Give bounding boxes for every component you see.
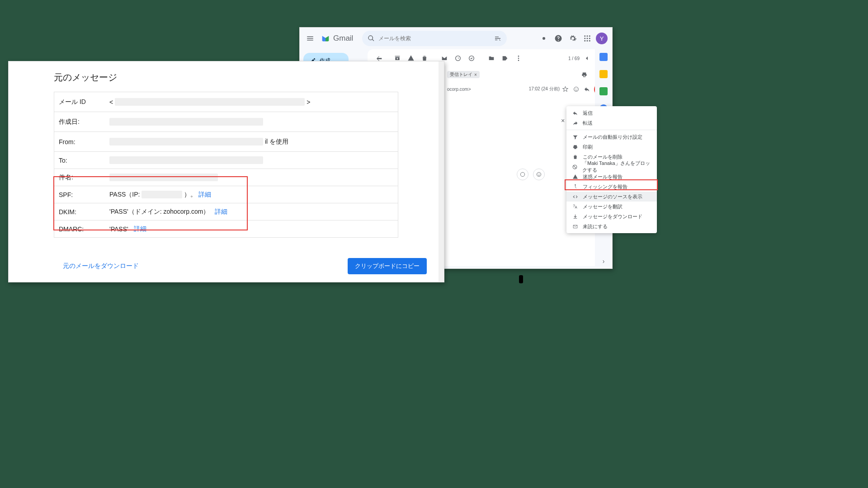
reaction-row — [517, 169, 545, 180]
reaction-add-button[interactable] — [533, 169, 545, 180]
sender-domain: ocorp.com> — [447, 87, 471, 92]
ctx-unread[interactable]: 未読にする — [566, 221, 657, 231]
row-dkim: DKIM: 'PASS'（ドメイン: zohocorp.com） 詳細 — [54, 203, 398, 221]
row-mail-id: メール ID <> — [54, 92, 398, 112]
move-to-icon[interactable] — [485, 52, 498, 65]
collapse-appbar-icon[interactable]: › — [603, 258, 605, 265]
print-icon — [572, 144, 578, 150]
message-time: 17:02 (24 分前) — [529, 86, 560, 92]
headers-table: メール ID <> 作成日: From: il を使用 To: 件名: SPF:… — [54, 92, 398, 238]
svg-point-3 — [589, 35, 590, 37]
forward-icon — [572, 120, 578, 126]
add-task-icon[interactable] — [465, 52, 478, 65]
spf-detail-link[interactable]: 詳細 — [198, 191, 211, 199]
row-from: From: il を使用 — [54, 132, 398, 152]
original-message-window: 元のメッセージ メール ID <> 作成日: From: il を使用 To: … — [8, 61, 444, 282]
ctx-reply[interactable]: 返信 — [566, 108, 657, 118]
keep-app-icon[interactable] — [599, 70, 608, 78]
settings-icon[interactable] — [567, 33, 579, 44]
svg-point-9 — [589, 40, 590, 42]
svg-point-4 — [584, 38, 585, 39]
block-icon — [572, 164, 578, 170]
download-original-link[interactable]: 元のメールをダウンロード — [63, 262, 139, 270]
message-counter: 1 / 69 — [568, 56, 580, 61]
unread-icon — [572, 223, 578, 230]
source-icon — [572, 193, 578, 200]
dmarc-value: 'PASS' — [109, 225, 128, 233]
gmail-logo-text: Gmail — [333, 34, 353, 43]
reply-icon — [572, 110, 578, 116]
download-icon — [572, 213, 578, 220]
svg-point-14 — [518, 60, 519, 61]
labels-icon[interactable] — [499, 52, 511, 65]
svg-point-7 — [584, 40, 585, 42]
svg-point-0 — [542, 37, 545, 40]
gmail-topbar: Gmail Y — [300, 28, 612, 49]
row-created: 作成日: — [54, 112, 398, 132]
orig-title: 元のメッセージ — [9, 61, 444, 92]
tasks-app-icon[interactable] — [599, 87, 608, 95]
calendar-app-icon[interactable] — [599, 53, 608, 61]
filter-icon — [572, 134, 578, 140]
svg-point-17 — [576, 88, 577, 89]
ctx-forward[interactable]: 転送 — [566, 118, 657, 128]
phishing-icon — [572, 183, 578, 190]
orig-footer: 元のメールをダウンロード クリップボードにコピー — [9, 250, 439, 282]
reaction-icon[interactable] — [571, 84, 581, 94]
ctx-print[interactable]: 印刷 — [566, 142, 657, 152]
ctx-block[interactable]: 「Maki Tanaka」さんをブロックする — [566, 162, 657, 172]
svg-point-8 — [587, 40, 588, 42]
ctx-filter[interactable]: メールの自動振り分け設定 — [566, 132, 657, 142]
translate-icon — [572, 203, 578, 210]
svg-point-22 — [537, 172, 541, 176]
chip-close-icon[interactable]: × — [474, 72, 477, 77]
spam-icon — [572, 174, 578, 180]
ctx-phishing[interactable]: フィッシングを報告 — [566, 182, 657, 192]
svg-point-13 — [518, 58, 519, 59]
reaction-button[interactable] — [517, 169, 528, 180]
compose-bubble — [519, 275, 523, 283]
svg-point-2 — [587, 35, 588, 37]
status-icon[interactable] — [538, 33, 550, 44]
context-menu: 返信 転送 メールの自動振り分け設定 印刷 このメールを削除 「Maki Tan… — [566, 106, 657, 233]
row-subject: 件名: — [54, 169, 398, 186]
print-icon[interactable] — [579, 69, 590, 80]
snooze-icon[interactable] — [452, 52, 464, 65]
star-icon[interactable] — [560, 84, 571, 94]
svg-point-23 — [538, 174, 538, 174]
svg-point-1 — [584, 35, 585, 37]
row-spf: SPF: PASS（IP: ）。詳細 — [54, 186, 398, 203]
avatar[interactable]: Y — [596, 33, 608, 44]
ctx-translate[interactable]: メッセージを翻訳 — [566, 202, 657, 211]
ctx-download[interactable]: メッセージをダウンロード — [566, 211, 657, 221]
dkim-value: 'PASS'（ドメイン: zohocorp.com） — [109, 208, 209, 216]
tune-icon[interactable] — [494, 35, 501, 42]
more-icon[interactable] — [512, 52, 525, 65]
inbox-chip[interactable]: 受信トレイ× — [447, 71, 480, 78]
dkim-detail-link[interactable]: 詳細 — [215, 208, 227, 216]
svg-point-15 — [574, 87, 578, 91]
scrollbar[interactable] — [439, 61, 444, 282]
svg-point-5 — [587, 38, 588, 39]
help-icon[interactable] — [552, 33, 564, 44]
prev-icon[interactable] — [580, 52, 593, 65]
close-icon[interactable]: × — [561, 117, 565, 124]
gmail-logo: Gmail — [321, 33, 353, 43]
svg-point-16 — [575, 88, 576, 89]
search-bar[interactable] — [362, 31, 507, 46]
search-input[interactable] — [378, 35, 491, 42]
svg-point-6 — [589, 38, 590, 39]
apps-icon[interactable] — [581, 33, 593, 44]
row-dmarc: DMARC: 'PASS' 詳細 — [54, 221, 398, 238]
from-suffix: il を使用 — [265, 138, 288, 146]
copy-clipboard-button[interactable]: クリップボードにコピー — [348, 258, 427, 274]
svg-point-24 — [539, 174, 540, 174]
ctx-show-source[interactable]: メッセージのソースを表示 — [566, 192, 657, 202]
svg-point-12 — [518, 56, 519, 57]
reply-quick-icon[interactable] — [581, 84, 592, 94]
svg-point-21 — [520, 172, 524, 176]
trash-icon — [572, 154, 578, 160]
dmarc-detail-link[interactable]: 詳細 — [134, 225, 146, 233]
menu-icon[interactable] — [304, 33, 316, 44]
row-to: To: — [54, 152, 398, 169]
